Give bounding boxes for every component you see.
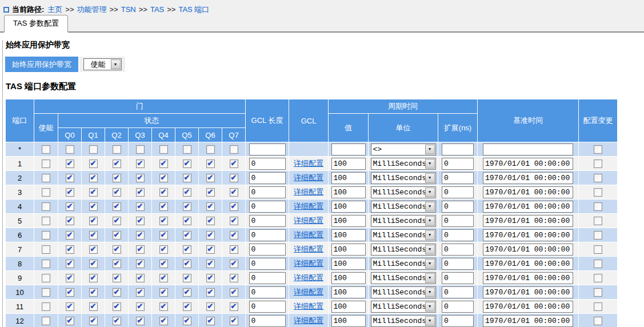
base-time-input[interactable] xyxy=(483,201,573,213)
queue-q5-checkbox[interactable] xyxy=(183,274,191,282)
extension-input[interactable] xyxy=(442,215,474,227)
queue-q1-checkbox[interactable] xyxy=(89,202,98,211)
gcl-length-input[interactable] xyxy=(249,286,286,298)
queue-q5-checkbox[interactable] xyxy=(183,231,191,240)
queue-q1-checkbox[interactable] xyxy=(89,217,98,225)
gcl-detail-link[interactable]: 详细配置 xyxy=(294,216,323,225)
breadcrumb-link[interactable]: 功能管理 xyxy=(77,5,107,14)
enable-checkbox[interactable] xyxy=(42,231,50,240)
cycle-value-input[interactable] xyxy=(331,201,366,213)
queue-q3-checkbox[interactable] xyxy=(136,245,145,254)
unit-select[interactable]: MilliSeconds▼ xyxy=(371,158,436,170)
queue-q2-checkbox[interactable] xyxy=(113,302,121,311)
queue-q3-checkbox[interactable] xyxy=(136,159,145,168)
gcl-length-input[interactable] xyxy=(249,229,286,241)
queue-q7-checkbox[interactable] xyxy=(230,302,238,311)
extension-input[interactable] xyxy=(442,301,474,313)
gcl-length-input[interactable] xyxy=(249,258,286,270)
gcl-length-input[interactable] xyxy=(249,301,286,313)
queue-q1-checkbox[interactable] xyxy=(89,274,98,282)
queue-q6-checkbox[interactable] xyxy=(206,174,215,182)
queue-q4-checkbox[interactable] xyxy=(159,217,168,225)
base-time-input[interactable] xyxy=(483,143,573,155)
queue-q5-checkbox[interactable] xyxy=(183,317,191,325)
extension-input[interactable] xyxy=(442,172,474,184)
queue-q4-checkbox[interactable] xyxy=(159,202,168,211)
queue-q2-checkbox[interactable] xyxy=(113,217,121,225)
gcl-length-input[interactable] xyxy=(249,201,286,213)
queue-q0-checkbox[interactable] xyxy=(66,317,74,325)
gcl-detail-link[interactable]: 详细配置 xyxy=(294,230,323,239)
base-time-input[interactable] xyxy=(483,172,573,184)
enable-checkbox[interactable] xyxy=(42,245,50,254)
base-time-input[interactable] xyxy=(483,272,573,284)
queue-q1-checkbox[interactable] xyxy=(89,302,98,311)
gcl-detail-link[interactable]: 详细配置 xyxy=(294,316,323,325)
unit-select[interactable]: <>▼ xyxy=(371,143,436,155)
queue-q3-checkbox[interactable] xyxy=(136,202,145,211)
queue-q7-checkbox[interactable] xyxy=(230,260,238,268)
queue-q2-checkbox[interactable] xyxy=(113,231,121,240)
unit-select[interactable]: MilliSeconds▼ xyxy=(371,244,436,256)
queue-q6-checkbox[interactable] xyxy=(206,245,215,254)
gcl-length-input[interactable] xyxy=(249,315,286,327)
queue-q4-checkbox[interactable] xyxy=(159,274,168,282)
enable-checkbox[interactable] xyxy=(42,260,50,268)
queue-q4-checkbox[interactable] xyxy=(159,260,168,268)
queue-q4-checkbox[interactable] xyxy=(159,145,168,154)
unit-select[interactable]: MilliSeconds▼ xyxy=(371,229,436,241)
config-change-checkbox[interactable] xyxy=(594,231,602,240)
breadcrumb-link[interactable]: TAS xyxy=(150,5,164,14)
queue-q2-checkbox[interactable] xyxy=(113,174,121,182)
base-time-input[interactable] xyxy=(483,215,573,227)
queue-q4-checkbox[interactable] xyxy=(159,231,168,240)
queue-q2-checkbox[interactable] xyxy=(113,260,121,268)
gcl-detail-link[interactable]: 详细配置 xyxy=(294,202,323,210)
queue-q5-checkbox[interactable] xyxy=(183,202,191,211)
queue-q4-checkbox[interactable] xyxy=(159,245,168,254)
base-time-input[interactable] xyxy=(483,315,573,327)
gcl-length-input[interactable] xyxy=(249,186,286,198)
base-time-input[interactable] xyxy=(483,244,573,256)
unit-select[interactable]: MilliSeconds▼ xyxy=(371,301,436,313)
base-time-input[interactable] xyxy=(483,301,573,313)
cycle-value-input[interactable] xyxy=(331,186,366,198)
queue-q3-checkbox[interactable] xyxy=(136,174,145,182)
unit-select[interactable]: MilliSeconds▼ xyxy=(371,258,436,270)
queue-q0-checkbox[interactable] xyxy=(66,159,74,168)
base-time-input[interactable] xyxy=(483,286,573,298)
config-change-checkbox[interactable] xyxy=(594,302,602,311)
queue-q3-checkbox[interactable] xyxy=(136,145,145,154)
gcl-length-input[interactable] xyxy=(249,244,286,256)
queue-q0-checkbox[interactable] xyxy=(66,174,74,182)
queue-q1-checkbox[interactable] xyxy=(89,145,98,154)
queue-q2-checkbox[interactable] xyxy=(113,288,121,297)
gcl-detail-link[interactable]: 详细配置 xyxy=(294,159,323,168)
queue-q3-checkbox[interactable] xyxy=(136,188,145,197)
cycle-value-input[interactable] xyxy=(331,315,366,327)
config-change-checkbox[interactable] xyxy=(594,260,602,268)
queue-q3-checkbox[interactable] xyxy=(136,217,145,225)
breadcrumb-link[interactable]: 主页 xyxy=(47,5,62,14)
queue-q0-checkbox[interactable] xyxy=(66,302,74,311)
queue-q4-checkbox[interactable] xyxy=(159,302,168,311)
queue-q4-checkbox[interactable] xyxy=(159,288,168,297)
queue-q7-checkbox[interactable] xyxy=(230,217,238,225)
queue-q6-checkbox[interactable] xyxy=(206,288,215,297)
queue-q2-checkbox[interactable] xyxy=(113,317,121,325)
cycle-value-input[interactable] xyxy=(331,172,366,184)
queue-q0-checkbox[interactable] xyxy=(66,274,74,282)
enable-checkbox[interactable] xyxy=(42,188,50,197)
enable-checkbox[interactable] xyxy=(42,159,50,168)
queue-q6-checkbox[interactable] xyxy=(206,217,215,225)
queue-q6-checkbox[interactable] xyxy=(206,317,215,325)
queue-q7-checkbox[interactable] xyxy=(230,174,238,182)
queue-q3-checkbox[interactable] xyxy=(136,288,145,297)
queue-q1-checkbox[interactable] xyxy=(89,159,98,168)
queue-q7-checkbox[interactable] xyxy=(230,159,238,168)
base-time-input[interactable] xyxy=(483,186,573,198)
cycle-value-input[interactable] xyxy=(331,143,366,155)
queue-q7-checkbox[interactable] xyxy=(230,231,238,240)
queue-q1-checkbox[interactable] xyxy=(89,260,98,268)
config-change-checkbox[interactable] xyxy=(594,174,602,182)
